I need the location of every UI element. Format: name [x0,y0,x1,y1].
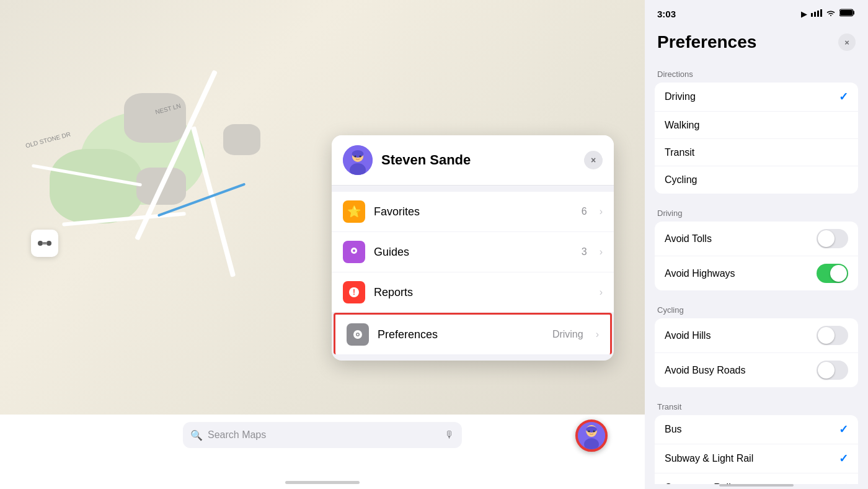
avoid-highways-toggle[interactable] [817,264,848,283]
avoid-busy-roads-toggle[interactable] [817,361,848,380]
prefs-row-avoid-busy-roads[interactable]: Avoid Busy Roads [655,353,858,387]
home-bar [719,484,794,487]
popup-item-favorites[interactable]: ⭐ Favorites 6 › [332,192,614,232]
status-bar: 3:03 ▶ [645,0,868,27]
prefs-row-avoid-hills[interactable]: Avoid Hills [655,318,858,353]
search-icon: 🔍 [190,429,203,441]
driving-checkmark: ✓ [839,90,848,104]
section-header-cycling: Cycling [645,295,868,318]
avoid-hills-label: Avoid Hills [665,330,817,341]
avoid-hills-thumb [818,327,835,344]
guides-icon [343,241,365,263]
section-header-directions: Directions [645,60,868,83]
guides-count: 3 [582,246,587,258]
preferences-value: Driving [552,329,583,340]
user-popup-card: Steven Sande × ⭐ Favorites 6 › Guides 3 … [332,135,614,361]
svg-point-15 [360,156,361,158]
subway-checkmark: ✓ [839,452,848,465]
avoid-hills-toggle[interactable] [817,326,848,345]
prefs-row-cycling[interactable]: Cycling [655,166,858,194]
favorites-chevron-icon: › [600,206,603,217]
avatar-button[interactable] [575,419,608,452]
reports-icon: ! [343,281,365,303]
prefs-row-bus[interactable]: Bus ✓ [655,415,858,444]
transit-label: Transit [665,147,848,158]
svg-rect-28 [840,10,852,16]
prefs-row-avoid-highways[interactable]: Avoid Highways [655,256,858,290]
popup-user-name: Steven Sande [381,152,575,168]
avatar-image [578,422,605,449]
map-gray-blob-1 [124,93,186,143]
avoid-busy-roads-label: Avoid Busy Roads [665,365,817,376]
popup-close-button[interactable]: × [584,151,603,169]
map-green-area-2 [50,149,143,223]
svg-point-9 [593,431,595,433]
svg-rect-26 [820,9,822,17]
prefs-row-transit[interactable]: Transit [655,139,858,166]
prefs-row-commuter-rail[interactable]: Commuter Rail ✓ [655,473,858,484]
avoid-tolls-thumb [818,230,835,247]
map-bottom-bar: 🔍 Search Maps 🎙 [0,415,645,489]
bus-label: Bus [665,424,839,435]
bus-checkmark: ✓ [839,423,848,436]
microphone-icon[interactable]: 🎙 [445,429,454,441]
subway-light-rail-label: Subway & Light Rail [665,453,839,464]
svg-rect-24 [814,12,816,17]
favorites-label: Favorites [374,205,573,218]
transit-group: Bus ✓ Subway & Light Rail ✓ Commuter Rai… [655,415,858,484]
favorites-icon: ⭐ [343,200,365,223]
svg-point-13 [352,150,364,158]
popup-item-reports[interactable]: ! Reports › [332,272,614,313]
preferences-panel: 3:03 ▶ Preferences × Directions Driving … [645,0,868,489]
popup-header: Steven Sande × [332,135,614,186]
svg-point-17 [353,249,355,252]
status-time: 3:03 [657,9,676,19]
search-bar[interactable]: 🔍 Search Maps 🎙 [183,422,462,448]
signal-icon [811,9,822,19]
avoid-highways-thumb [830,265,847,282]
location-icon: ▶ [801,9,807,19]
cycling-group: Avoid Hills Avoid Busy Roads [655,318,858,387]
prefs-row-walking[interactable]: Walking [655,112,858,139]
avoid-tolls-toggle[interactable] [817,229,848,248]
popup-item-preferences[interactable]: Preferences Driving › [334,313,612,354]
guides-label: Guides [374,246,573,259]
street-label-1: OLD STONE DR [25,131,71,150]
section-header-transit: Transit [645,392,868,415]
popup-avatar [343,145,373,175]
svg-point-7 [586,426,597,433]
avoid-highways-label: Avoid Highways [665,268,817,279]
svg-point-14 [355,156,356,158]
battery-icon [839,9,856,19]
search-input[interactable]: Search Maps [208,429,440,441]
avoid-busy-roads-thumb [818,362,835,379]
driving-group: Avoid Tolls Avoid Highways [655,222,858,290]
binoculars-button[interactable] [31,230,58,257]
svg-point-8 [588,431,590,433]
popup-item-guides[interactable]: Guides 3 › [332,232,614,272]
preferences-icon [347,323,369,346]
svg-rect-1 [46,241,51,246]
cycling-label: Cycling [665,174,848,186]
preferences-chevron-icon: › [596,329,599,340]
wifi-icon [826,9,836,19]
prefs-row-avoid-tolls[interactable]: Avoid Tolls [655,222,858,256]
popup-menu-list: ⭐ Favorites 6 › Guides 3 › ! Reports › [332,192,614,354]
svg-text:!: ! [353,288,355,297]
prefs-row-driving[interactable]: Driving ✓ [655,83,858,112]
driving-label: Driving [665,91,839,102]
guides-chevron-icon: › [600,246,603,258]
reports-chevron-icon: › [600,287,603,298]
preferences-scroll-area[interactable]: Directions Driving ✓ Walking Transit Cyc… [645,60,868,484]
svg-rect-2 [42,242,47,244]
preferences-title: Preferences [657,32,756,52]
section-header-driving: Driving [645,199,868,222]
svg-rect-23 [811,13,813,17]
walking-label: Walking [665,120,848,131]
map-gray-blob-3 [223,124,260,155]
svg-rect-0 [38,241,43,246]
favorites-count: 6 [582,206,587,217]
prefs-row-subway-light-rail[interactable]: Subway & Light Rail ✓ [655,444,858,473]
reports-label: Reports [374,286,578,299]
preferences-close-button[interactable]: × [838,34,856,51]
